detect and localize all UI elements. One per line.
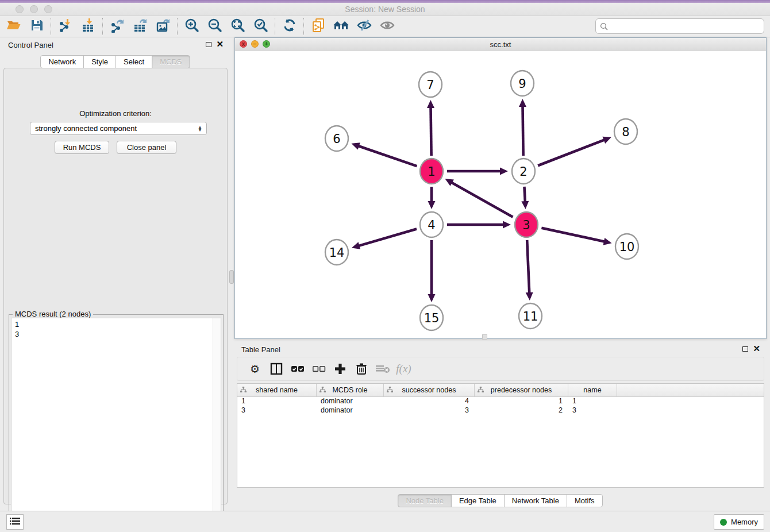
edge-arrowhead: [521, 201, 529, 209]
graph-edge-2-9[interactable]: [523, 106, 523, 156]
refresh-button[interactable]: [278, 17, 301, 36]
export-image-button[interactable]: [152, 17, 175, 36]
tab-motifs[interactable]: Motifs: [567, 494, 603, 507]
tab-mcds[interactable]: MCDS: [152, 55, 190, 68]
panel-divider-grabber[interactable]: [229, 270, 234, 284]
memory-button[interactable]: Memory: [714, 514, 764, 530]
table-row[interactable]: 1dominator411: [237, 397, 764, 406]
add-row-button[interactable]: [329, 360, 351, 377]
delete-button[interactable]: [351, 360, 372, 377]
table-cell[interactable]: 1: [475, 397, 568, 406]
table-tabs: Node TableEdge TableNetwork TableMotifs: [234, 494, 767, 507]
result-scrollbar[interactable]: [213, 318, 221, 530]
copy-network-icon: [311, 18, 326, 35]
toggle-panel-button[interactable]: [265, 360, 287, 377]
graph-edge-4-14[interactable]: [358, 229, 417, 246]
show-all-button[interactable]: [376, 17, 399, 36]
table-cell[interactable]: 4: [384, 397, 475, 406]
toolbar-separator: [275, 18, 276, 35]
mcds-result-lines: 13: [15, 319, 19, 339]
tab-select[interactable]: Select: [116, 55, 152, 68]
network-window-titlebar[interactable]: x − + scc.txt: [235, 38, 766, 52]
graph-node-label: 6: [333, 132, 340, 146]
table-cell[interactable]: dominator: [317, 397, 384, 406]
table-settings-button[interactable]: ⚙: [244, 360, 265, 377]
export-table-button[interactable]: [129, 17, 152, 36]
zoom-out-button[interactable]: [203, 17, 226, 36]
graph-edge-2-8[interactable]: [538, 140, 605, 165]
graph-edge-3-11[interactable]: [527, 240, 529, 294]
tab-network[interactable]: Network: [40, 55, 84, 68]
graph-edge-3-10[interactable]: [541, 228, 605, 242]
column-header-MCDS-role[interactable]: MCDS role: [317, 384, 384, 396]
table-cell[interactable]: 3: [384, 406, 475, 415]
zoom-fit-button[interactable]: [226, 17, 249, 36]
hide-selected-button[interactable]: [353, 17, 376, 36]
tab-style[interactable]: Style: [83, 55, 116, 68]
table-cell[interactable]: 3: [568, 406, 617, 415]
table-cell[interactable]: 1: [237, 397, 317, 406]
close-panel-icon[interactable]: ✕: [216, 39, 224, 49]
float-panel-icon[interactable]: [206, 42, 211, 47]
table-panel-header[interactable]: Table Panel ✕: [234, 342, 767, 357]
delete-table-button[interactable]: [372, 360, 393, 377]
new-network-from-selection-button[interactable]: [307, 17, 330, 36]
memory-label: Memory: [731, 518, 758, 526]
save-icon: [30, 18, 44, 34]
network-canvas[interactable]: 1234678910111415: [235, 51, 766, 338]
export-table-icon: [133, 18, 148, 35]
close-table-panel-icon[interactable]: ✕: [753, 344, 760, 354]
tab-network-table[interactable]: Network Table: [504, 494, 567, 507]
mcds-result-title: MCDS result (2 nodes): [13, 310, 93, 318]
table-cell[interactable]: dominator: [317, 406, 384, 415]
export-network-button[interactable]: [106, 17, 129, 36]
open-session-button[interactable]: [2, 17, 25, 36]
table-row[interactable]: 3dominator323: [237, 406, 764, 415]
tab-node-table[interactable]: Node Table: [398, 494, 452, 507]
task-history-button[interactable]: [6, 514, 24, 530]
main-toolbar: [0, 16, 770, 37]
search-icon: [600, 22, 608, 30]
network-window-resize-grabber[interactable]: [482, 334, 487, 340]
import-table-button[interactable]: [77, 17, 100, 36]
column-header-predecessor-nodes[interactable]: predecessor nodes: [475, 384, 568, 396]
list-icon: [10, 517, 20, 527]
select-all-columns-button[interactable]: [287, 360, 308, 377]
graph-edge-1-7[interactable]: [431, 107, 432, 156]
control-panel-tabs: NetworkStyleSelectMCDS: [0, 55, 231, 68]
toolbar-separator: [51, 18, 52, 35]
optimization-select[interactable]: strongly connected component ▲▼: [30, 122, 207, 135]
table-body: 1dominator4113dominator323: [237, 397, 764, 415]
graph-edge-1-6[interactable]: [358, 146, 417, 166]
table-cell[interactable]: 2: [475, 406, 568, 415]
search-field[interactable]: [595, 18, 764, 34]
memory-status-icon: [720, 519, 727, 526]
graph-node-label: 10: [619, 240, 635, 254]
graph-edge-2-3[interactable]: [524, 187, 525, 202]
zoom-in-button[interactable]: [180, 17, 203, 36]
close-panel-button[interactable]: Close panel: [117, 141, 176, 154]
table-panel-title: Table Panel: [241, 345, 280, 354]
table-cell[interactable]: 3: [237, 406, 317, 415]
zoom-selected-button[interactable]: [249, 17, 272, 36]
window-titlebar[interactable]: Session: New Session: [0, 3, 770, 16]
column-header-label: shared name: [256, 386, 298, 394]
toolbar-separator: [177, 18, 178, 35]
table-header-row: shared nameMCDS rolesuccessor nodesprede…: [237, 384, 764, 397]
column-header-shared-name[interactable]: shared name: [237, 384, 317, 396]
control-panel-header[interactable]: Control Panel ✕: [0, 37, 231, 52]
mcds-result-textarea[interactable]: 13: [11, 318, 221, 530]
run-mcds-button[interactable]: Run MCDS: [55, 141, 109, 154]
column-header-name[interactable]: name: [568, 384, 617, 396]
table-cell[interactable]: 1: [568, 397, 617, 406]
graph-edge-3-1[interactable]: [451, 182, 513, 217]
tab-edge-table[interactable]: Edge Table: [451, 494, 505, 507]
float-table-panel-icon[interactable]: [742, 346, 748, 352]
column-header-successor-nodes[interactable]: successor nodes: [384, 384, 475, 396]
deselect-all-columns-button[interactable]: [308, 360, 329, 377]
import-network-button[interactable]: [54, 17, 77, 36]
search-input[interactable]: [610, 18, 764, 34]
save-session-button[interactable]: [25, 17, 48, 36]
function-builder-button[interactable]: f(x): [393, 360, 414, 377]
first-neighbors-button[interactable]: [330, 17, 353, 36]
